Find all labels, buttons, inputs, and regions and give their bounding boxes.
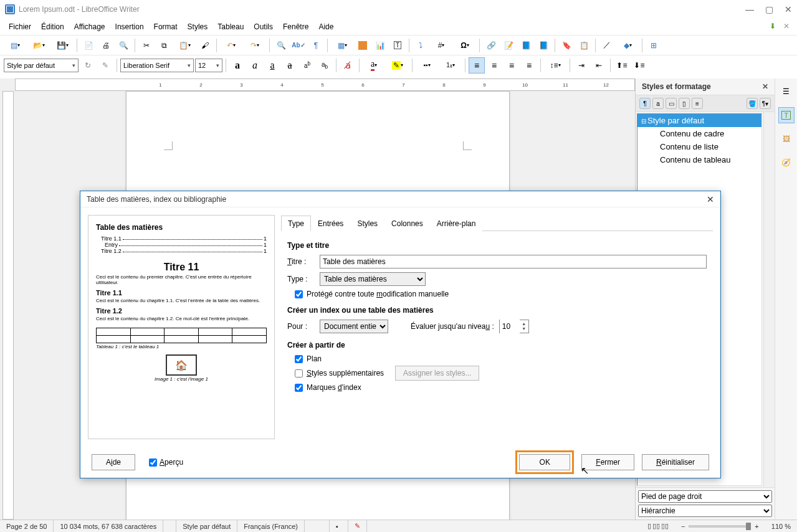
menu-table[interactable]: Tableau: [212, 20, 249, 34]
apercu-checkbox-row[interactable]: Aperçu: [149, 458, 183, 467]
zoom-slider[interactable]: [689, 525, 751, 528]
cut-button[interactable]: ✂: [138, 37, 155, 54]
spellcheck-button[interactable]: Ab✓: [290, 37, 307, 54]
style-footer-select1[interactable]: Pied de page droit: [638, 490, 772, 503]
status-lang[interactable]: Français (France): [237, 520, 305, 532]
find-replace-button[interactable]: 🔍: [273, 37, 289, 54]
insert-footnote-button[interactable]: 📝: [500, 37, 517, 54]
zoom-out-icon[interactable]: −: [681, 523, 685, 530]
insert-comment-button[interactable]: 🔖: [558, 37, 575, 54]
status-style[interactable]: Style par défaut: [176, 520, 237, 532]
close-button[interactable]: Fermer: [581, 454, 634, 470]
dialog-close-icon[interactable]: ✕: [707, 194, 714, 204]
minimize-button[interactable]: —: [745, 4, 754, 14]
niveau-spinner[interactable]: ▲▼: [499, 320, 529, 333]
titre-input[interactable]: [320, 255, 707, 268]
copy-button[interactable]: ⧉: [156, 37, 172, 54]
superscript-button[interactable]: ab: [299, 57, 315, 74]
new-button[interactable]: ▤▾: [4, 37, 26, 54]
menu-file[interactable]: Fichier: [4, 20, 36, 34]
marques-checkbox[interactable]: [295, 384, 303, 392]
insert-cross-ref-button[interactable]: 📘: [535, 37, 551, 54]
plan-checkbox[interactable]: [295, 355, 303, 363]
italic-button[interactable]: a: [247, 57, 263, 74]
strikethrough-button[interactable]: a: [282, 57, 298, 74]
track-changes-button[interactable]: 📋: [576, 37, 592, 54]
single-page-icon[interactable]: ▯: [647, 522, 651, 530]
save-button[interactable]: 💾▾: [51, 37, 74, 54]
clear-formatting-button[interactable]: a̸: [340, 57, 356, 74]
decrease-para-spacing-button[interactable]: ⬇≡: [631, 57, 647, 74]
line-button[interactable]: ／: [599, 37, 615, 54]
undo-button[interactable]: ↶▾: [220, 37, 242, 54]
align-left-button[interactable]: ≡: [469, 57, 485, 74]
style-item[interactable]: Contenu de tableau: [637, 153, 761, 166]
paste-button[interactable]: 📋▾: [173, 37, 196, 54]
redo-button[interactable]: ↷▾: [244, 37, 266, 54]
font-color-button[interactable]: a▾: [363, 57, 385, 74]
page-styles-icon[interactable]: ▯: [679, 98, 690, 109]
status-words[interactable]: 10 034 mots, 67 638 caractères: [54, 520, 163, 532]
style-item[interactable]: Contenu de liste: [637, 140, 761, 153]
print-button[interactable]: 🖨: [98, 37, 114, 54]
tab-type[interactable]: Type: [281, 216, 311, 231]
export-pdf-button[interactable]: 📄: [80, 37, 97, 54]
insert-bookmark-button[interactable]: 📘: [518, 37, 534, 54]
tab-columns[interactable]: Colonnes: [384, 216, 430, 231]
highlight-button[interactable]: ✎▾: [386, 57, 409, 74]
update-icon[interactable]: ⬇: [770, 22, 780, 32]
deck-properties-icon[interactable]: ☰: [778, 83, 795, 100]
deck-navigator-icon[interactable]: 🧭: [778, 154, 795, 171]
vertical-ruler[interactable]: [2, 91, 14, 520]
insert-textbox-button[interactable]: T: [389, 37, 406, 54]
bullet-list-button[interactable]: ▪▪▾: [416, 57, 438, 74]
fill-format-icon[interactable]: 🪣: [747, 98, 758, 109]
menu-window[interactable]: Fenêtre: [278, 20, 313, 34]
number-list-button[interactable]: 1₂▾: [439, 57, 462, 74]
protect-checkbox[interactable]: [295, 290, 303, 298]
list-styles-icon[interactable]: ≡: [692, 98, 703, 109]
status-insert-mode[interactable]: [305, 520, 330, 532]
horizontal-ruler[interactable]: 1 2 3 4 5 6 7 8 9 10 11 12: [15, 78, 635, 91]
align-center-button[interactable]: ≡: [486, 57, 502, 74]
insert-table-button[interactable]: ▦▾: [331, 37, 353, 54]
menu-view[interactable]: Affichage: [69, 20, 110, 34]
deck-styles-icon[interactable]: T: [778, 107, 795, 123]
styles-checkbox-row[interactable]: Styles supplémentaires Assigner les styl…: [295, 366, 707, 381]
open-button[interactable]: 📂▾: [27, 37, 50, 54]
zoom-percent[interactable]: 110 %: [765, 520, 797, 532]
sidebar-close-icon[interactable]: ✕: [762, 82, 768, 91]
reset-button[interactable]: Réinitialiser: [642, 454, 709, 470]
menu-edit[interactable]: Édition: [36, 20, 69, 34]
underline-button[interactable]: a: [264, 57, 280, 74]
increase-indent-button[interactable]: ⇥: [573, 57, 589, 74]
tab-entries[interactable]: Entrées: [311, 216, 350, 231]
clone-formatting-button[interactable]: 🖌: [197, 37, 213, 54]
insert-field-button[interactable]: #▾: [430, 37, 452, 54]
marques-checkbox-row[interactable]: Marques d'index: [295, 383, 707, 392]
tab-background[interactable]: Arrière-plan: [430, 216, 483, 231]
type-select[interactable]: Table des matières: [320, 272, 426, 286]
font-size-combo[interactable]: ▾: [195, 59, 222, 72]
plan-checkbox-row[interactable]: Plan: [295, 354, 707, 363]
new-style-icon[interactable]: ¶▾: [760, 98, 771, 109]
menu-styles[interactable]: Styles: [183, 20, 213, 34]
insert-special-char-button[interactable]: Ω▾: [454, 37, 476, 54]
ok-button[interactable]: OK: [519, 454, 570, 470]
update-style-button[interactable]: ↻: [80, 57, 96, 74]
bold-button[interactable]: a: [229, 57, 246, 74]
basic-shapes-button[interactable]: ◆▾: [616, 37, 639, 54]
style-item-default[interactable]: Style par défaut: [637, 114, 761, 127]
page-break-button[interactable]: ⤵: [413, 37, 429, 54]
status-page[interactable]: Page 2 de 50: [0, 520, 54, 532]
styles-supp-checkbox[interactable]: [295, 369, 303, 378]
paragraph-style-combo[interactable]: ▾: [4, 59, 79, 72]
multi-page-icon[interactable]: ▯▯: [652, 522, 660, 530]
close-button[interactable]: ✕: [785, 4, 792, 14]
draw-functions-button[interactable]: ⊞: [646, 37, 662, 54]
formatting-marks-button[interactable]: ¶: [308, 37, 324, 54]
style-list-scrollbar[interactable]: [763, 112, 775, 487]
style-footer-select2[interactable]: Hiérarchie: [638, 505, 772, 517]
align-justify-button[interactable]: ≡: [521, 57, 537, 74]
print-preview-button[interactable]: 🔍: [115, 37, 131, 54]
